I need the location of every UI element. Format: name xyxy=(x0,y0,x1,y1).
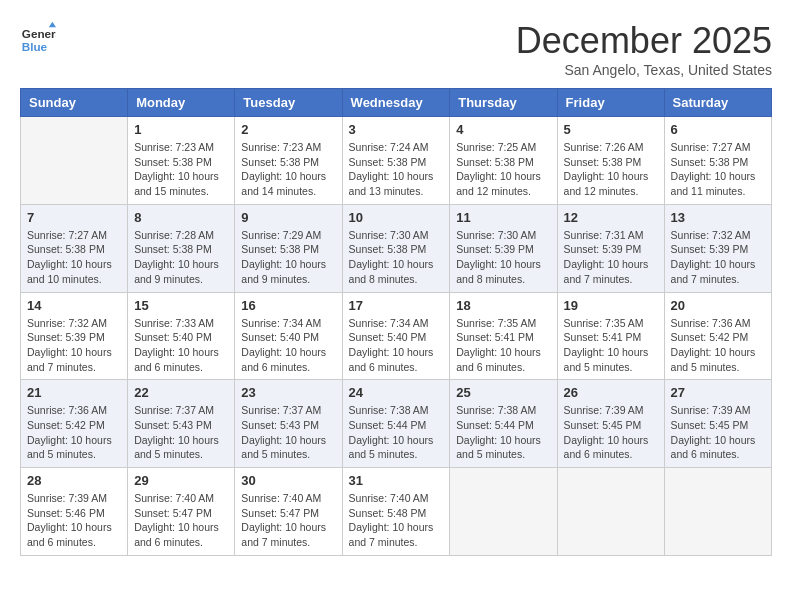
calendar-cell: 28Sunrise: 7:39 AMSunset: 5:46 PMDayligh… xyxy=(21,468,128,556)
weekday-header-wednesday: Wednesday xyxy=(342,89,450,117)
svg-marker-2 xyxy=(49,22,56,27)
calendar-cell: 27Sunrise: 7:39 AMSunset: 5:45 PMDayligh… xyxy=(664,380,771,468)
calendar-cell xyxy=(664,468,771,556)
calendar-cell: 11Sunrise: 7:30 AMSunset: 5:39 PMDayligh… xyxy=(450,204,557,292)
day-number: 26 xyxy=(564,385,658,400)
calendar-cell: 9Sunrise: 7:29 AMSunset: 5:38 PMDaylight… xyxy=(235,204,342,292)
day-info: Sunrise: 7:32 AMSunset: 5:39 PMDaylight:… xyxy=(671,228,765,287)
day-number: 29 xyxy=(134,473,228,488)
day-number: 21 xyxy=(27,385,121,400)
calendar-cell: 3Sunrise: 7:24 AMSunset: 5:38 PMDaylight… xyxy=(342,117,450,205)
calendar-week-row: 7Sunrise: 7:27 AMSunset: 5:38 PMDaylight… xyxy=(21,204,772,292)
svg-text:Blue: Blue xyxy=(22,40,48,53)
calendar-cell: 21Sunrise: 7:36 AMSunset: 5:42 PMDayligh… xyxy=(21,380,128,468)
day-info: Sunrise: 7:23 AMSunset: 5:38 PMDaylight:… xyxy=(241,140,335,199)
day-number: 31 xyxy=(349,473,444,488)
day-number: 19 xyxy=(564,298,658,313)
day-info: Sunrise: 7:32 AMSunset: 5:39 PMDaylight:… xyxy=(27,316,121,375)
page-header: General Blue December 2025 San Angelo, T… xyxy=(20,20,772,78)
calendar-cell: 5Sunrise: 7:26 AMSunset: 5:38 PMDaylight… xyxy=(557,117,664,205)
day-info: Sunrise: 7:37 AMSunset: 5:43 PMDaylight:… xyxy=(241,403,335,462)
day-info: Sunrise: 7:39 AMSunset: 5:45 PMDaylight:… xyxy=(564,403,658,462)
day-info: Sunrise: 7:28 AMSunset: 5:38 PMDaylight:… xyxy=(134,228,228,287)
calendar-cell: 29Sunrise: 7:40 AMSunset: 5:47 PMDayligh… xyxy=(128,468,235,556)
calendar-cell: 6Sunrise: 7:27 AMSunset: 5:38 PMDaylight… xyxy=(664,117,771,205)
day-info: Sunrise: 7:40 AMSunset: 5:47 PMDaylight:… xyxy=(134,491,228,550)
day-number: 13 xyxy=(671,210,765,225)
day-number: 28 xyxy=(27,473,121,488)
calendar-cell: 10Sunrise: 7:30 AMSunset: 5:38 PMDayligh… xyxy=(342,204,450,292)
logo: General Blue xyxy=(20,20,56,56)
calendar-cell: 16Sunrise: 7:34 AMSunset: 5:40 PMDayligh… xyxy=(235,292,342,380)
title-area: December 2025 San Angelo, Texas, United … xyxy=(516,20,772,78)
calendar-cell: 12Sunrise: 7:31 AMSunset: 5:39 PMDayligh… xyxy=(557,204,664,292)
day-number: 7 xyxy=(27,210,121,225)
calendar-cell xyxy=(557,468,664,556)
calendar-cell: 30Sunrise: 7:40 AMSunset: 5:47 PMDayligh… xyxy=(235,468,342,556)
calendar-cell: 1Sunrise: 7:23 AMSunset: 5:38 PMDaylight… xyxy=(128,117,235,205)
month-title: December 2025 xyxy=(516,20,772,62)
day-number: 27 xyxy=(671,385,765,400)
calendar-table: SundayMondayTuesdayWednesdayThursdayFrid… xyxy=(20,88,772,556)
day-info: Sunrise: 7:27 AMSunset: 5:38 PMDaylight:… xyxy=(27,228,121,287)
day-info: Sunrise: 7:34 AMSunset: 5:40 PMDaylight:… xyxy=(349,316,444,375)
day-info: Sunrise: 7:33 AMSunset: 5:40 PMDaylight:… xyxy=(134,316,228,375)
calendar-cell xyxy=(21,117,128,205)
day-info: Sunrise: 7:23 AMSunset: 5:38 PMDaylight:… xyxy=(134,140,228,199)
calendar-cell: 14Sunrise: 7:32 AMSunset: 5:39 PMDayligh… xyxy=(21,292,128,380)
calendar-cell: 7Sunrise: 7:27 AMSunset: 5:38 PMDaylight… xyxy=(21,204,128,292)
day-number: 15 xyxy=(134,298,228,313)
day-info: Sunrise: 7:30 AMSunset: 5:38 PMDaylight:… xyxy=(349,228,444,287)
location: San Angelo, Texas, United States xyxy=(516,62,772,78)
calendar-cell: 4Sunrise: 7:25 AMSunset: 5:38 PMDaylight… xyxy=(450,117,557,205)
day-number: 9 xyxy=(241,210,335,225)
day-info: Sunrise: 7:24 AMSunset: 5:38 PMDaylight:… xyxy=(349,140,444,199)
day-info: Sunrise: 7:39 AMSunset: 5:46 PMDaylight:… xyxy=(27,491,121,550)
day-info: Sunrise: 7:30 AMSunset: 5:39 PMDaylight:… xyxy=(456,228,550,287)
day-info: Sunrise: 7:35 AMSunset: 5:41 PMDaylight:… xyxy=(456,316,550,375)
calendar-cell: 2Sunrise: 7:23 AMSunset: 5:38 PMDaylight… xyxy=(235,117,342,205)
weekday-header-friday: Friday xyxy=(557,89,664,117)
day-number: 5 xyxy=(564,122,658,137)
calendar-cell: 31Sunrise: 7:40 AMSunset: 5:48 PMDayligh… xyxy=(342,468,450,556)
day-number: 23 xyxy=(241,385,335,400)
day-number: 1 xyxy=(134,122,228,137)
calendar-cell: 26Sunrise: 7:39 AMSunset: 5:45 PMDayligh… xyxy=(557,380,664,468)
day-number: 4 xyxy=(456,122,550,137)
calendar-cell: 19Sunrise: 7:35 AMSunset: 5:41 PMDayligh… xyxy=(557,292,664,380)
day-info: Sunrise: 7:37 AMSunset: 5:43 PMDaylight:… xyxy=(134,403,228,462)
day-number: 25 xyxy=(456,385,550,400)
day-number: 16 xyxy=(241,298,335,313)
day-info: Sunrise: 7:27 AMSunset: 5:38 PMDaylight:… xyxy=(671,140,765,199)
day-number: 24 xyxy=(349,385,444,400)
day-info: Sunrise: 7:25 AMSunset: 5:38 PMDaylight:… xyxy=(456,140,550,199)
calendar-cell: 8Sunrise: 7:28 AMSunset: 5:38 PMDaylight… xyxy=(128,204,235,292)
day-number: 14 xyxy=(27,298,121,313)
calendar-week-row: 1Sunrise: 7:23 AMSunset: 5:38 PMDaylight… xyxy=(21,117,772,205)
day-info: Sunrise: 7:38 AMSunset: 5:44 PMDaylight:… xyxy=(349,403,444,462)
calendar-cell: 13Sunrise: 7:32 AMSunset: 5:39 PMDayligh… xyxy=(664,204,771,292)
day-info: Sunrise: 7:31 AMSunset: 5:39 PMDaylight:… xyxy=(564,228,658,287)
day-number: 10 xyxy=(349,210,444,225)
day-number: 17 xyxy=(349,298,444,313)
day-info: Sunrise: 7:36 AMSunset: 5:42 PMDaylight:… xyxy=(671,316,765,375)
day-number: 6 xyxy=(671,122,765,137)
day-number: 30 xyxy=(241,473,335,488)
calendar-cell: 24Sunrise: 7:38 AMSunset: 5:44 PMDayligh… xyxy=(342,380,450,468)
weekday-header-monday: Monday xyxy=(128,89,235,117)
calendar-week-row: 14Sunrise: 7:32 AMSunset: 5:39 PMDayligh… xyxy=(21,292,772,380)
day-info: Sunrise: 7:40 AMSunset: 5:47 PMDaylight:… xyxy=(241,491,335,550)
svg-text:General: General xyxy=(22,27,56,40)
calendar-cell: 18Sunrise: 7:35 AMSunset: 5:41 PMDayligh… xyxy=(450,292,557,380)
logo-icon: General Blue xyxy=(20,20,56,56)
calendar-cell: 17Sunrise: 7:34 AMSunset: 5:40 PMDayligh… xyxy=(342,292,450,380)
day-info: Sunrise: 7:34 AMSunset: 5:40 PMDaylight:… xyxy=(241,316,335,375)
day-number: 2 xyxy=(241,122,335,137)
day-number: 22 xyxy=(134,385,228,400)
weekday-header-saturday: Saturday xyxy=(664,89,771,117)
weekday-header-tuesday: Tuesday xyxy=(235,89,342,117)
day-info: Sunrise: 7:29 AMSunset: 5:38 PMDaylight:… xyxy=(241,228,335,287)
day-info: Sunrise: 7:26 AMSunset: 5:38 PMDaylight:… xyxy=(564,140,658,199)
day-number: 12 xyxy=(564,210,658,225)
calendar-cell: 15Sunrise: 7:33 AMSunset: 5:40 PMDayligh… xyxy=(128,292,235,380)
